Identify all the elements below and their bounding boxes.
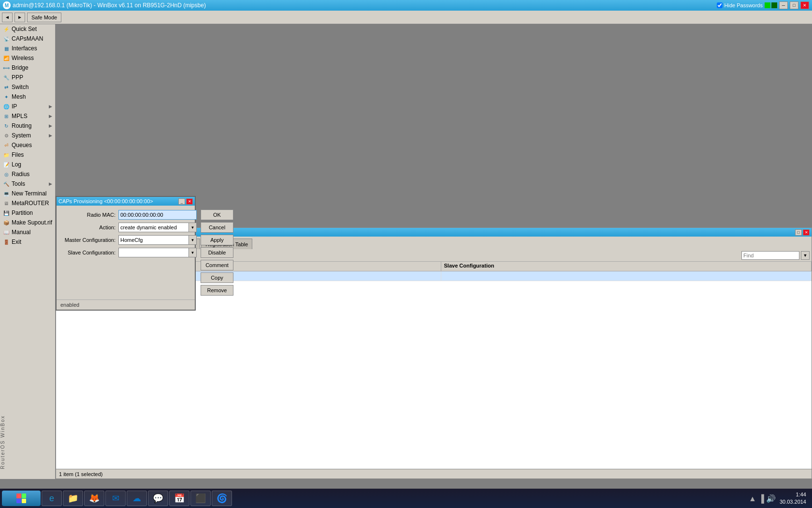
sidebar-item-files[interactable]: 📁 Files [0,150,55,160]
sidebar-label-exit: Exit [12,239,21,245]
sidebar-item-system[interactable]: ⚙ System ▶ [0,131,55,140]
back-button[interactable]: ◄ [2,13,13,22]
sidebar-label-system: System [12,132,31,139]
master-config-input[interactable] [118,235,189,245]
modal-footer: enabled [57,299,195,310]
sidebar-item-ip[interactable]: 🌐 IP ▶ [0,102,55,111]
find-input[interactable] [741,251,799,260]
find-dropdown[interactable]: ▼ [801,251,810,260]
ok-button[interactable]: OK [201,209,233,220]
sidebar-item-capsman[interactable]: 📡 CAPsMAAN [0,34,55,44]
sidebar-item-routing[interactable]: ↻ Routing ▶ [0,121,55,131]
sidebar-item-exit[interactable]: 🚪 Exit [0,237,55,247]
taskbar-calendar[interactable]: 📅 [169,491,189,506]
slave-config-dropdown[interactable]: ▼ [189,248,197,257]
caps-close-button[interactable]: ✕ [803,229,810,236]
sidebar-item-make-supout[interactable]: 📦 Make Supout.rif [0,218,55,227]
capsman-icon: 📡 [3,35,10,42]
title-bar-left: M admin@192.168.0.1 (MikroTik) - WinBox … [3,1,206,9]
find-area: ▼ [741,251,810,260]
sidebar-item-mpls[interactable]: ⊞ MPLS ▶ [0,111,55,121]
sidebar-label-routing: Routing [12,122,31,129]
maximize-button[interactable]: □ [790,1,798,9]
system-icon: ⚙ [3,132,10,139]
exit-icon: 🚪 [3,239,10,245]
radius-icon: ◎ [3,171,10,178]
disable-button[interactable]: Disable [201,247,233,258]
taskbar-mikrotik[interactable]: 🌀 [212,491,232,506]
action-input[interactable] [118,223,189,232]
status-text: 1 item (1 selected) [59,471,102,477]
modal-title-buttons: _ ✕ [178,198,193,205]
master-config-select-wrapper: ▼ [118,235,197,245]
apply-button[interactable]: Apply [201,235,233,245]
radio-mac-input[interactable] [118,210,197,220]
sidebar-label-mesh: Mesh [12,93,26,100]
sidebar-item-queues[interactable]: ⏎ Queues [0,140,55,150]
date-display: 30.03.2014 [780,498,806,506]
sidebar: ⚡ Quick Set 📡 CAPsMAAN ▦ Interfaces 📶 Wi… [0,24,56,479]
sidebar-item-partition[interactable]: 💾 Partition [0,208,55,218]
caps-maximize-button[interactable]: □ [795,229,802,236]
sidebar-item-quick-set[interactable]: ⚡ Quick Set [0,24,55,34]
sidebar-item-tools[interactable]: 🔨 Tools ▶ [0,179,55,189]
hide-passwords-label: Hide Passwords [725,2,763,8]
master-config-dropdown[interactable]: ▼ [189,235,197,245]
taskbar-skype[interactable]: 💬 [148,491,168,506]
firefox-icon: 🦊 [88,493,100,504]
taskbar-ie[interactable]: e [42,491,62,506]
cancel-button[interactable]: Cancel [201,222,233,233]
sidebar-item-mesh[interactable]: ✦ Mesh [0,92,55,102]
hide-passwords-area: Hide Passwords [717,2,777,8]
files-icon: 📁 [3,151,10,158]
sidebar-item-switch[interactable]: ⇄ Switch [0,82,55,92]
taskbar-firefox[interactable]: 🦊 [84,491,104,506]
copy-button[interactable]: Copy [201,272,233,283]
taskbar-skydrive[interactable]: ☁ [127,491,147,506]
start-icon-red [16,493,21,498]
sidebar-item-metarouter[interactable]: 🖥 MetaROUTER [0,198,55,208]
mpls-icon: ⊞ [3,113,10,120]
radio-mac-row: Radio MAC: [60,209,197,220]
hide-passwords-checkbox[interactable] [717,2,723,8]
taskbar-folder[interactable]: 📁 [63,491,83,506]
sidebar-item-wireless[interactable]: 📶 Wireless [0,53,55,63]
safe-mode-button[interactable]: Safe Mode [27,13,61,22]
wireless-icon: 📶 [3,55,10,61]
sidebar-item-interfaces[interactable]: ▦ Interfaces [0,44,55,53]
remove-button[interactable]: Remove [201,285,233,296]
start-button[interactable] [2,491,41,506]
modal-minimize-button[interactable]: _ [178,198,185,205]
minimize-button[interactable]: ─ [779,1,788,9]
sidebar-item-manual[interactable]: 📖 Manual [0,227,55,237]
taskbar-terminal[interactable]: ⬛ [190,491,211,506]
tray-time: 1:44 30.03.2014 [780,491,806,506]
start-icon-yellow [22,499,27,504]
comment-button[interactable]: Comment [201,260,233,270]
make-supout-icon: 📦 [3,219,10,226]
taskbar-outlook[interactable]: ✉ [105,491,126,506]
tray-area: ▲ ▐ 🔊 1:44 30.03.2014 [749,491,810,506]
slave-config-input[interactable] [118,248,189,257]
sidebar-item-radius[interactable]: ◎ Radius [0,169,55,179]
sidebar-item-new-terminal[interactable]: 💻 New Terminal [0,189,55,198]
title-bar-controls: Hide Passwords ─ □ ✕ [717,1,809,9]
action-label: Action: [60,224,118,230]
start-icon [16,493,26,503]
sidebar-item-log[interactable]: 📝 Log [0,160,55,169]
taskbar: e 📁 🦊 ✉ ☁ 💬 📅 ⬛ 🌀 ▲ ▐ 🔊 1:44 30.03.2014 [0,489,812,508]
sidebar-item-ppp[interactable]: 🔧 PPP [0,73,55,82]
modal-title-bar: CAPs Provisioning <00:00:00:00:00:00> _ … [57,197,195,206]
modal-dialog: CAPs Provisioning <00:00:00:00:00:00> _ … [56,196,196,311]
sidebar-item-bridge[interactable]: ⟺ Bridge [0,63,55,73]
forward-button[interactable]: ► [14,13,25,22]
routing-icon: ↻ [3,122,10,129]
slave-config-select-wrapper: ▼ [118,248,197,257]
action-dropdown[interactable]: ▼ [189,223,197,232]
tray-icons: ▲ ▐ 🔊 [749,494,776,503]
title-bar: M admin@192.168.0.1 (MikroTik) - WinBox … [0,0,812,11]
action-select-wrapper: ▼ [118,223,197,232]
mikrotik-icon: 🌀 [216,493,228,504]
modal-close-button[interactable]: ✕ [186,198,193,205]
close-button[interactable]: ✕ [800,1,809,9]
